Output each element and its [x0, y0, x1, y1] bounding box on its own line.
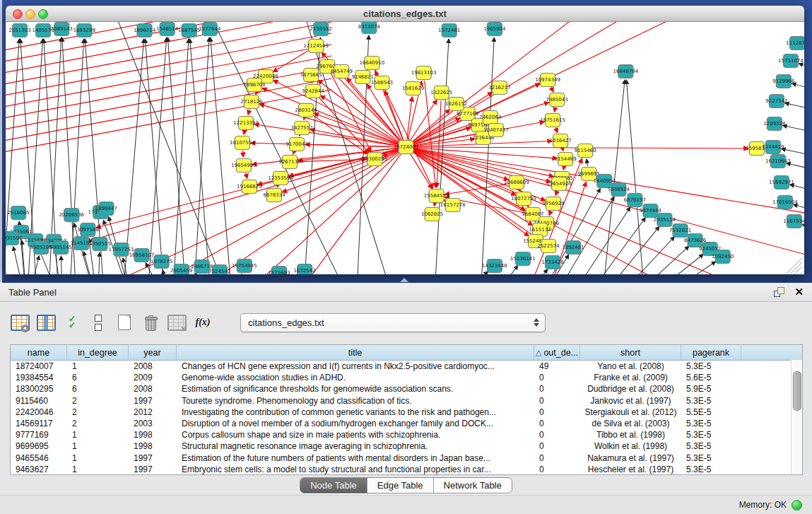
graph-node[interactable]: 12353594	[268, 172, 293, 185]
table-row[interactable]: 1456911722003Disruption of a novel membe…	[11, 418, 802, 429]
graph-node[interactable]: 15751074	[778, 54, 804, 68]
table-row[interactable]: 969969511998Structural magnetic resonanc…	[11, 440, 802, 452]
network-window[interactable]: citations_edges.txt 18724007224200461896…	[6, 6, 804, 274]
graph-node[interactable]: 6879197	[624, 194, 646, 207]
graph-node[interactable]: 2935114	[654, 214, 676, 227]
graph-node[interactable]: 2803144	[295, 104, 318, 117]
graph-node[interactable]: 1167534	[783, 215, 804, 228]
splitter-grip[interactable]	[400, 278, 408, 282]
minimize-window-button[interactable]	[25, 9, 35, 19]
graph-node[interactable]: 1577644	[199, 23, 221, 36]
graph-node[interactable]: 12124549	[303, 40, 329, 53]
zoom-window-button[interactable]	[38, 9, 48, 19]
graph-node[interactable]: 16648784	[613, 65, 638, 78]
window-titlebar[interactable]: citations_edges.txt	[6, 6, 804, 22]
graph-node[interactable]: 8313074	[358, 22, 381, 34]
import-columns-button[interactable]: ✓✓	[62, 313, 82, 332]
graph-node[interactable]: 18300295	[363, 153, 388, 166]
graph-node[interactable]: 8454749	[331, 65, 353, 78]
tab-node-table[interactable]: Node Table	[300, 478, 367, 493]
tab-edge-table[interactable]: Edge Table	[367, 478, 433, 493]
graph-node[interactable]: 9267130	[278, 156, 300, 169]
column-header-pagerank[interactable]: pagerank	[681, 345, 741, 360]
column-header-year[interactable]: year	[129, 345, 177, 360]
graph-node[interactable]: 18751615	[540, 114, 565, 127]
graph-node[interactable]: 1062825	[421, 208, 443, 221]
graph-node[interactable]: 15136141	[510, 252, 536, 266]
graph-node[interactable]: 2522574	[537, 240, 560, 253]
graph-node[interactable]: 17016504	[772, 196, 798, 209]
graph-node[interactable]: 1581629	[402, 82, 424, 95]
graph-node[interactable]: 1154469	[554, 153, 576, 166]
table-row[interactable]: 911546021997Tourette syndrome. Phenomeno…	[11, 395, 802, 407]
graph-node[interactable]: 16640910	[360, 57, 385, 70]
graph-node[interactable]: 1678275	[151, 255, 172, 269]
table-row[interactable]: 2242004622012Investigating the contribut…	[11, 407, 802, 418]
close-panel-icon[interactable]: ✕	[794, 287, 804, 297]
graph-node[interactable]: 1898447	[95, 202, 117, 216]
memory-ok-indicator[interactable]	[792, 500, 802, 510]
vertical-scrollbar[interactable]	[791, 360, 802, 474]
table-row[interactable]: 946362711997Embryonic stem cells: a mode…	[11, 464, 802, 475]
graph-node[interactable]: 7485043	[546, 93, 567, 107]
new-column-button[interactable]	[114, 313, 134, 332]
delete-column-button[interactable]	[141, 313, 160, 332]
close-window-button[interactable]	[13, 9, 23, 19]
graph-node[interactable]: 9227342	[765, 95, 787, 108]
graph-node[interactable]: 2516065	[7, 206, 29, 220]
graph-node[interactable]: 1092450	[712, 250, 734, 264]
graph-node[interactable]: 10688609	[504, 176, 529, 189]
graph-node[interactable]: 8678334	[263, 189, 286, 202]
graph-node[interactable]: 7462064	[479, 111, 502, 124]
table-row[interactable]: 1830029562008Estimation of significance …	[11, 383, 802, 395]
float-panel-icon[interactable]	[774, 287, 784, 297]
graph-node[interactable]: 3097588	[77, 223, 99, 237]
column-header-title[interactable]: title	[177, 345, 534, 360]
graph-node[interactable]: 3216217	[488, 81, 510, 95]
column-header-name[interactable]: name	[11, 345, 67, 360]
graph-node[interactable]: 20206536	[59, 209, 84, 222]
network-canvas[interactable]: 1872400722420046189670427181261221339318…	[6, 22, 804, 274]
table-row[interactable]: 1872400712008Changes of HCN gene express…	[11, 361, 802, 372]
graph-node[interactable]: 12213393	[233, 117, 259, 130]
graph-node[interactable]: 16210643	[765, 155, 791, 168]
scrollbar-thumb[interactable]	[793, 371, 801, 411]
column-header-in-degree[interactable]: in_degree	[67, 345, 129, 360]
graph-node[interactable]: 1588543	[371, 76, 393, 90]
graph-node[interactable]: 19166829	[237, 180, 262, 194]
merge-rows-button[interactable]	[88, 313, 108, 332]
graph-node[interactable]: 19654985	[231, 159, 257, 173]
column-header-out-de-[interactable]: △out_de...	[534, 345, 580, 360]
graph-node[interactable]: 1632542	[294, 264, 316, 275]
graph-node[interactable]: 16754945	[232, 259, 257, 273]
column-header-short[interactable]: short	[580, 345, 681, 360]
canvas-resize-grip[interactable]	[787, 258, 802, 274]
graph-node[interactable]: 1693299	[73, 24, 95, 37]
graph-node[interactable]: 5905195	[30, 241, 52, 255]
graph-node[interactable]: 5905145	[50, 241, 72, 255]
graph-node[interactable]: 18072793	[511, 192, 536, 206]
graph-node[interactable]: 9756928	[542, 197, 564, 211]
graph-node[interactable]: 2605459	[170, 264, 192, 275]
graph-node[interactable]: 18107554	[230, 136, 255, 150]
graph-node[interactable]: 1209358	[763, 117, 785, 131]
graph-node[interactable]: 1687545	[178, 24, 200, 37]
graph-node[interactable]: 1244419	[762, 141, 784, 154]
table-row[interactable]: 946554611997Estimation of the future num…	[11, 452, 802, 464]
graph-node[interactable]: 19613103	[411, 66, 437, 80]
graph-node[interactable]: 5938924	[608, 183, 630, 197]
table-row[interactable]: 977716911998Corpus callosum shape and si…	[11, 429, 802, 440]
graph-node[interactable]: 1016427	[549, 134, 571, 148]
graph-node[interactable]: 1112873	[786, 37, 804, 50]
graph-node[interactable]: 1350515	[89, 238, 111, 251]
graph-node[interactable]: 9170043	[286, 138, 307, 151]
show-columns-button[interactable]	[36, 313, 56, 332]
graph-node[interactable]: 9129966	[772, 75, 795, 88]
graph-node[interactable]: 1572481	[438, 24, 460, 37]
graph-node[interactable]: 3875685	[300, 69, 322, 82]
graph-node[interactable]: 1896214	[134, 24, 156, 37]
graph-node[interactable]: 10974349	[535, 74, 560, 87]
function-builder-button[interactable]: f(x)	[193, 313, 213, 332]
graph-node[interactable]: 2718126	[240, 95, 263, 109]
graph-node[interactable]: 1626152	[445, 98, 467, 111]
